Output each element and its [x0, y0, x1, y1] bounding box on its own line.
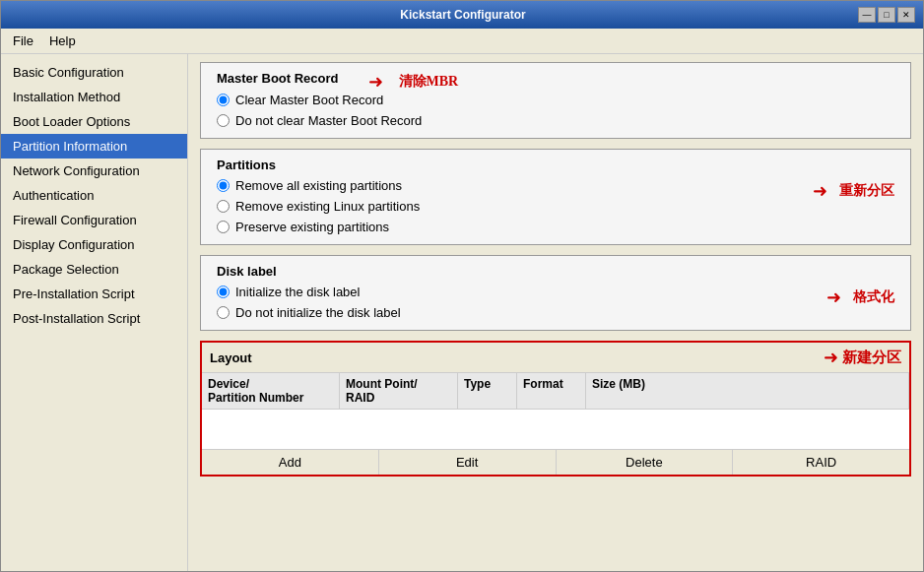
help-menu[interactable]: Help: [41, 31, 84, 51]
disk-label-section: Disk label Initialize the disk label Do …: [200, 255, 911, 331]
partitions-label-1: Remove all existing partitions: [235, 178, 402, 193]
layout-section: Layout ➜ 新建分区 Device/Partition Number Mo…: [200, 341, 911, 477]
disk-label-title: Disk label: [217, 264, 277, 279]
partitions-radio-group: Remove all existing partitions Remove ex…: [217, 178, 813, 236]
partitions-radio-3[interactable]: [217, 221, 230, 233]
mbr-label-1: Clear Master Boot Record: [235, 93, 383, 107]
title-bar: Kickstart Configurator — □ ✕: [1, 1, 923, 29]
partitions-arrow-icon: ➜: [813, 180, 827, 202]
disk-label-arrow-icon: ➜: [826, 286, 841, 308]
col-size: Size (MB): [586, 373, 909, 409]
sidebar-item-9[interactable]: Pre-Installation Script: [1, 282, 187, 306]
window-title: Kickstart Configurator: [68, 8, 858, 22]
layout-arrow-icon: ➜: [824, 347, 838, 368]
disk-label-option-2: Do not initialize the disk label: [217, 305, 807, 320]
mbr-content: Master Boot Record ➜ 清除MBR Clear Master …: [201, 63, 910, 138]
mbr-option-2: Do not clear Master Boot Record: [217, 113, 894, 128]
disk-label-radio-group: Initialize the disk label Do not initial…: [217, 285, 807, 322]
col-format: Format: [517, 373, 586, 409]
sidebar-item-3[interactable]: Partition Information: [1, 134, 187, 159]
main-window: Kickstart Configurator — □ ✕ File Help B…: [0, 0, 924, 572]
disk-label-radio-1[interactable]: [217, 286, 230, 298]
content-area: Basic ConfigurationInstallation MethodBo…: [1, 54, 923, 571]
partitions-content: Partitions Remove all existing partition…: [201, 150, 910, 244]
sidebar: Basic ConfigurationInstallation MethodBo…: [1, 54, 188, 571]
layout-title: Layout: [210, 350, 252, 365]
close-button[interactable]: ✕: [897, 7, 915, 23]
layout-table: Device/Partition Number Mount Point/RAID…: [202, 373, 909, 449]
mbr-radio-1[interactable]: [217, 94, 230, 106]
sidebar-item-4[interactable]: Network Configuration: [1, 159, 187, 183]
partitions-annotation: 重新分区: [839, 182, 894, 200]
mbr-annotation: 清除MBR: [399, 73, 459, 91]
disk-label-annotation: 格式化: [853, 288, 894, 306]
sidebar-item-0[interactable]: Basic Configuration: [1, 60, 187, 85]
title-bar-buttons: — □ ✕: [858, 7, 915, 23]
edit-button[interactable]: Edit: [379, 450, 557, 475]
col-mount: Mount Point/RAID: [340, 373, 458, 409]
layout-header: Device/Partition Number Mount Point/RAID…: [202, 373, 909, 410]
raid-button[interactable]: RAID: [733, 450, 909, 475]
disk-label-content: Disk label Initialize the disk label Do …: [201, 256, 910, 330]
mbr-title-row: Master Boot Record ➜ 清除MBR: [217, 71, 894, 93]
layout-annotation: 新建分区: [842, 349, 901, 367]
sidebar-item-8[interactable]: Package Selection: [1, 257, 187, 282]
partitions-radio-1[interactable]: [217, 179, 230, 192]
disk-label-radio-2[interactable]: [217, 306, 230, 319]
partitions-label-2: Remove existing Linux partitions: [235, 199, 420, 214]
partitions-section: Partitions Remove all existing partition…: [200, 149, 911, 245]
delete-button[interactable]: Delete: [557, 450, 734, 475]
sidebar-item-6[interactable]: Firewall Configuration: [1, 208, 187, 232]
disk-label-label-1: Initialize the disk label: [235, 285, 360, 299]
main-panel: Master Boot Record ➜ 清除MBR Clear Master …: [188, 54, 923, 571]
mbr-option-1: Clear Master Boot Record: [217, 93, 894, 107]
sidebar-item-1[interactable]: Installation Method: [1, 85, 187, 109]
layout-buttons: Add Edit Delete RAID: [202, 449, 909, 475]
sidebar-item-2[interactable]: Boot Loader Options: [1, 109, 187, 134]
layout-body: [202, 410, 909, 449]
maximize-button[interactable]: □: [878, 7, 895, 23]
mbr-label-2: Do not clear Master Boot Record: [235, 113, 422, 128]
file-menu[interactable]: File: [5, 31, 41, 51]
minimize-button[interactable]: —: [858, 7, 876, 23]
partitions-option-3: Preserve existing partitions: [217, 220, 813, 234]
layout-title-row: Layout ➜ 新建分区: [202, 343, 909, 373]
partitions-radio-2[interactable]: [217, 200, 230, 213]
disk-label-option-1: Initialize the disk label: [217, 285, 807, 299]
mbr-section: Master Boot Record ➜ 清除MBR Clear Master …: [200, 62, 911, 139]
partitions-option-2: Remove existing Linux partitions: [217, 199, 813, 214]
col-device: Device/Partition Number: [202, 373, 340, 409]
sidebar-item-5[interactable]: Authentication: [1, 183, 187, 208]
partitions-label-3: Preserve existing partitions: [235, 220, 389, 234]
col-type: Type: [458, 373, 517, 409]
sidebar-item-7[interactable]: Display Configuration: [1, 232, 187, 257]
disk-label-label-2: Do not initialize the disk label: [235, 305, 401, 320]
menu-bar: File Help: [1, 29, 923, 54]
sidebar-item-10[interactable]: Post-Installation Script: [1, 306, 187, 331]
add-button[interactable]: Add: [202, 450, 379, 475]
mbr-radio-2[interactable]: [217, 114, 230, 127]
mbr-section-title: Master Boot Record: [217, 71, 339, 86]
partitions-option-1: Remove all existing partitions: [217, 178, 813, 193]
mbr-arrow-icon: ➜: [368, 71, 383, 93]
partitions-section-title: Partitions: [217, 158, 276, 172]
